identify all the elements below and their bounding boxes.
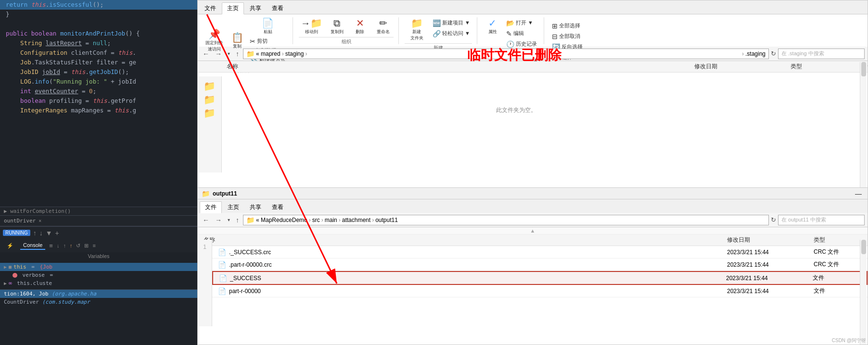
title-area-bottom: 📁 output11 [202,190,237,197]
console-up2-icon[interactable]: ↑ [70,243,73,248]
tab-home-top[interactable]: 主页 [222,2,244,14]
pin-icon: 📌 [208,29,220,39]
tab-file-bottom[interactable]: 文件 [200,201,222,213]
copy-to-btn-top[interactable]: ⧉ 复制到 [326,17,347,36]
tab-console[interactable]: Console [20,241,45,250]
col-type-bottom: 类型 [814,236,862,244]
new-folder-btn-top[interactable]: 📁 新建 文件夹 [405,17,429,42]
var-expand-icon: ▶ [4,264,7,270]
up-btn-bottom[interactable]: ↑ [234,215,241,225]
col-type-top: 类型 [791,62,848,71]
var-expand2-icon: ▶ [4,281,7,286]
running-badge: RUNNING [3,230,30,236]
code-line-1: return this.isSuccessful(); [0,0,197,10]
call-stack-entry-1[interactable]: tion:1604, Job (org.apache.ha [0,290,197,298]
tab-file-top[interactable]: 文件 [200,3,221,14]
new-item-btn-top[interactable]: 🆕新建项目 ▼ [431,18,472,28]
code-line-9: LOG.info("Running job: " + jobId [0,77,197,86]
properties-btn-top[interactable]: ✓ 属性 [483,17,502,36]
organize-label-top: 组织 [299,37,394,45]
up-btn-top[interactable]: ↑ [234,49,241,59]
search-box-bottom[interactable]: 在 output11 中搜索 [778,215,865,225]
code-line-10: int eventCounter = 0; [0,86,197,96]
forward-btn-top[interactable]: → [213,49,224,59]
file-row-part[interactable]: 📄 part-r-00000 2023/3/21 15:44 文件 [212,285,868,297]
back-btn-bottom[interactable]: ← [201,215,211,225]
var-row-cluster[interactable]: ▶ ∞ this.cluste [0,279,197,287]
ribbon-tabs-top: 文件 主页 共享 查看 [198,0,868,14]
edit-btn-top[interactable]: ✎编辑 [504,29,539,38]
tab-home-bottom[interactable]: 主页 [223,202,244,213]
tab-view-bottom[interactable]: 查看 [267,202,288,213]
scrollbar-top[interactable] [860,62,867,191]
console-menu-icon[interactable]: ≡ [92,243,95,248]
console-down-icon[interactable]: ↓ [57,243,60,248]
easy-access-btn-top[interactable]: 🔗轻松访问 ▼ [431,29,472,38]
search-placeholder-top: 在 .staging 中搜索 [781,50,824,57]
var-row-verbose[interactable]: ● verbose = [0,271,197,279]
select-all-btn-top[interactable]: ⊞全部选择 [550,21,585,31]
move-to-btn-top[interactable]: →📁 移动到 [299,17,324,36]
rename-btn-top[interactable]: ✏ 重命名 [372,17,394,36]
ribbon-group-select-top: ⊞全部选择 ⊟全部取消 🔄反向选择 选择 [550,17,589,44]
console-grid-icon[interactable]: ⊞ [84,243,89,249]
new-folder-icon: 📁 [411,18,423,28]
file-list-bottom: 📄 ._SUCCESS.crc 2023/3/21 15:44 CRC 文件 📄… [212,246,868,297]
doc-icon-part: 📄 [218,287,226,295]
call-stack-entry-2[interactable]: CountDriver (com.study.mapr [0,298,197,306]
run-filter-btn[interactable]: ▼ [46,229,52,237]
addr-segment-mapred: « mapred [256,50,281,57]
addr-seg-attachment: attachment [342,217,370,223]
file-row-crc2[interactable]: 📄 .part-r-00000.crc 2023/3/21 15:44 CRC … [212,259,868,271]
run-add-btn[interactable]: + [55,229,59,237]
recent-btn-bottom[interactable]: ▾ [226,216,232,223]
addr-seg-main: main [325,217,337,223]
back-btn-top[interactable]: ← [201,49,211,59]
select-none-btn-top[interactable]: ⊟全部取消 [550,32,585,41]
scroll-thumb-top [861,62,866,76]
left-sidebar-bottom: 1 [198,240,212,326]
code-line-7: Job.TaskStatusFilter filter = ge [0,58,197,67]
paste-icon: 📄 [262,18,274,28]
forward-btn-bottom[interactable]: → [213,215,224,225]
empty-folder-message: 此文件夹为空。 [496,106,536,114]
search-box-top[interactable]: 在 .staging 中搜索 [778,49,865,59]
var-oo-icon: ∞ [9,280,12,286]
tab-share-bottom[interactable]: 共享 [245,202,266,213]
refresh-btn-top[interactable]: ↻ [771,50,776,57]
minimize-btn-bottom[interactable]: — [853,190,864,197]
delete-btn-top[interactable]: ✕ 删除 [349,17,370,36]
file-row-success[interactable]: 📄 _SUCCESS 2023/3/21 15:44 文件 [212,271,868,285]
folder-icon-addr-bottom: 📁 [246,216,255,224]
tab-share-top[interactable]: 共享 [245,3,266,14]
code-line-2: } [0,10,197,19]
open-btn-top[interactable]: 📂打开 ▼ [504,18,539,28]
code-line-12: IntegerRanges mapRanges = this.g [0,106,197,115]
code-line-3 [0,19,197,29]
scrollbar-bottom[interactable] [860,240,867,345]
var-row-this[interactable]: ▶ ■ this = {Job [0,263,197,271]
ribbon-group-clipboard-top: 📌 固定到快 速访问 📋 复制 📄 粘贴 [202,17,293,44]
addr-segment-staging: staging [285,50,304,57]
paste-btn-top[interactable]: 📄 粘贴 [248,17,288,36]
tab-count-driver: ountDriver [4,218,36,224]
copy-btn-top[interactable]: 📋 复制 [229,32,246,50]
console-up1-icon[interactable]: ↑ [63,243,66,248]
left-sidebar-top: 📁 📁 📁 [198,76,222,172]
folder-icon-sidebar-1: 📁 [204,80,216,92]
address-path-bottom[interactable]: 📁 « MapReduceDemo › src › main › attachm… [243,215,769,225]
refresh-btn-bottom[interactable]: ↻ [771,216,776,223]
code-line-11: boolean profiling = this.getProf [0,96,197,106]
cut-btn-top[interactable]: ✂剪切 [248,37,288,46]
console-filter-icon[interactable]: ≡ [49,242,53,249]
console-refresh-icon[interactable]: ↺ [76,243,80,249]
run-down-btn[interactable]: ↓ [39,229,43,237]
tab-view-top[interactable]: 查看 [267,3,288,14]
file-row-crc1[interactable]: 📄 ._SUCCESS.crc 2023/3/21 15:44 CRC 文件 [212,246,868,259]
col-name-bottom: 名称 [204,236,727,244]
run-up-btn[interactable]: ↑ [33,229,37,237]
recent-btn-top[interactable]: ▾ [226,50,232,57]
ribbon-group-organize-top: →📁 移动到 ⧉ 复制到 ✕ 删除 ✏ 重命名 组织 [299,17,399,44]
col-name-top: 名称 [227,62,694,71]
properties-icon: ✓ [488,18,497,28]
